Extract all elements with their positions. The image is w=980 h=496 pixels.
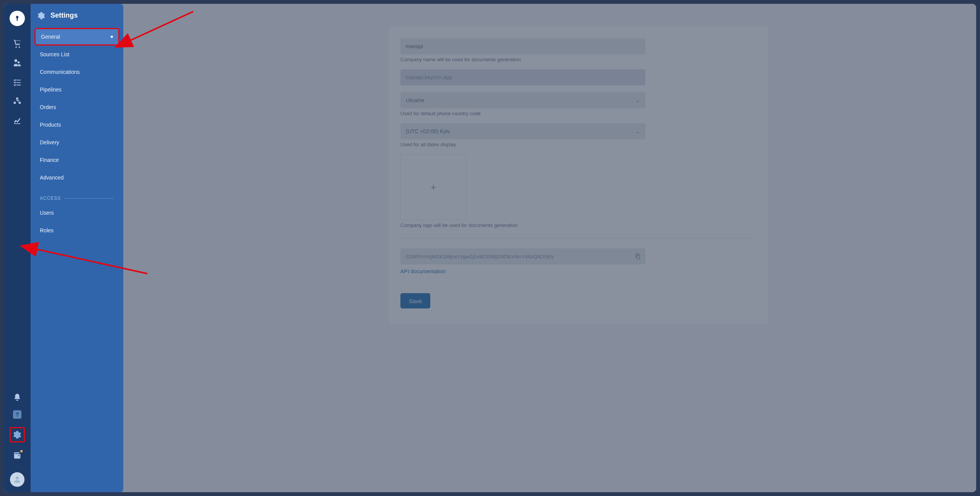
country-select[interactable]: Ukraine ⌄ [400, 92, 645, 108]
settings-item-label: Pipelines [40, 86, 62, 93]
settings-item-label: Advanced [40, 175, 64, 181]
nav-notifications[interactable] [13, 393, 22, 402]
settings-item-users[interactable]: Users [34, 204, 119, 222]
settings-item-label: Finance [40, 157, 59, 163]
gear-icon [13, 431, 21, 439]
nav-rail: ? [4, 4, 31, 492]
nav-inventory[interactable] [13, 96, 22, 106]
cart-icon [13, 39, 21, 48]
settings-item-pipelines[interactable]: Pipelines [34, 81, 119, 98]
select-value: Ukraine [406, 97, 424, 103]
app-logo[interactable] [10, 11, 25, 26]
logo-hint: Company logo will be used for documents … [400, 222, 645, 228]
nav-tasks[interactable] [13, 77, 22, 86]
analytics-icon [13, 116, 21, 124]
plus-icon: + [430, 181, 436, 193]
copy-icon [635, 253, 641, 259]
api-key-field: ZGM5YmNjMGE1MjcwYzgwZjExMDI5MjI2NDExNmY4… [400, 248, 645, 264]
settings-item-roles[interactable]: Roles [34, 222, 119, 239]
nav-billing[interactable] [13, 451, 22, 460]
settings-item-label: Sources List [40, 51, 69, 57]
api-doc-link[interactable]: API documentation [400, 268, 446, 274]
settings-item-finance[interactable]: Finance [34, 151, 119, 169]
nav-settings[interactable] [13, 430, 22, 439]
nav-chats[interactable] [13, 58, 22, 67]
active-indicator [111, 36, 113, 38]
settings-item-label: Products [40, 122, 61, 128]
keyhole-icon [14, 15, 20, 21]
company-name-hint: Company name will be used for documents … [400, 57, 645, 62]
settings-item-label: Delivery [40, 139, 59, 145]
settings-item-products[interactable]: Products [34, 116, 119, 134]
settings-item-label: Orders [40, 104, 56, 110]
nav-analytics[interactable] [13, 116, 22, 125]
section-label-text: ACCESS [40, 196, 61, 201]
select-value: (UTC +02:00) Kyiv [406, 128, 450, 134]
input-value: mavapi.keycrm.app [406, 74, 452, 80]
nav-orders[interactable] [13, 39, 22, 48]
settings-item-advanced[interactable]: Advanced [34, 169, 119, 186]
api-key-value: ZGM5YmNjMGE1MjcwYzgwZjExMDI5MjI2NDExNmY4… [406, 254, 630, 259]
billing-badge [20, 450, 23, 452]
settings-item-label: Communications [40, 69, 80, 75]
card-divider [400, 238, 756, 238]
checklist-icon [13, 78, 21, 86]
settings-item-sources[interactable]: Sources List [34, 46, 119, 63]
avatar-icon [13, 476, 21, 483]
settings-general-card: mavapi Company name will be used for doc… [389, 27, 768, 324]
gear-icon [38, 12, 45, 20]
settings-section-access: ACCESS [31, 186, 123, 204]
bell-icon [13, 393, 21, 401]
logo-upload[interactable]: + [400, 154, 466, 220]
settings-item-delivery[interactable]: Delivery [34, 134, 119, 151]
inventory-icon [13, 97, 21, 105]
timezone-select[interactable]: (UTC +02:00) Kyiv ⌄ [400, 123, 645, 139]
nav-profile[interactable] [10, 472, 24, 487]
people-chat-icon [13, 59, 21, 67]
chevron-down-icon: ⌄ [635, 128, 640, 134]
settings-item-label: Users [40, 210, 54, 216]
company-name-input[interactable]: mavapi [400, 38, 645, 54]
input-value: mavapi [406, 43, 423, 49]
settings-title: Settings [51, 11, 78, 20]
domain-input: mavapi.keycrm.app [400, 69, 645, 85]
settings-item-communications[interactable]: Communications [34, 63, 119, 81]
settings-panel: Settings General Sources List Communicat… [31, 4, 123, 492]
annotation-settings-highlight [10, 427, 25, 442]
save-button[interactable]: Save [400, 293, 430, 308]
copy-api-key-button[interactable] [634, 253, 642, 260]
section-divider [65, 198, 114, 199]
settings-item-label: General [41, 34, 60, 40]
settings-header: Settings [31, 11, 123, 28]
timezone-hint: Used for all dates display [400, 142, 645, 147]
chevron-down-icon: ⌄ [635, 97, 640, 103]
main-content: mavapi Company name will be used for doc… [123, 4, 976, 492]
settings-item-general[interactable]: General [34, 28, 119, 46]
wallet-icon [13, 451, 21, 460]
settings-item-orders[interactable]: Orders [34, 98, 119, 116]
settings-item-label: Roles [40, 227, 54, 233]
country-hint: Used for default phone country code [400, 111, 645, 116]
nav-help[interactable]: ? [13, 410, 21, 419]
